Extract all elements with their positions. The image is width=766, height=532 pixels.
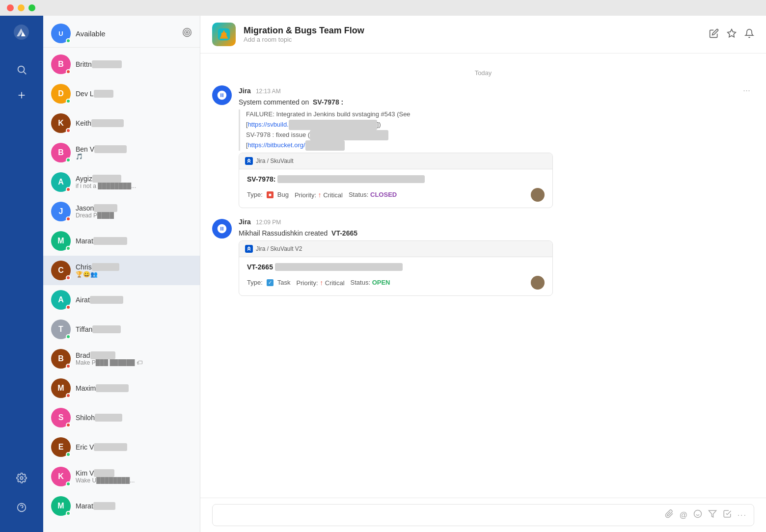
room-topic: Add a room topic: [244, 36, 701, 43]
contact-item[interactable]: M Marat: [43, 226, 200, 256]
status-dot: [66, 423, 71, 427]
jira-source: Jira / SkuVault: [239, 153, 552, 169]
status-indicator: [66, 38, 71, 43]
message-group: Jira 12:13 AM ··· System commented on SV…: [212, 84, 754, 208]
avatar-wrap: A: [51, 290, 71, 310]
contact-item[interactable]: K Kim V Wake U████████...: [43, 462, 200, 491]
contact-item[interactable]: B Ben V 🎵: [43, 138, 200, 167]
search-icon[interactable]: [11, 59, 32, 80]
contact-item[interactable]: D Dev L: [43, 79, 200, 108]
svg-point-4: [20, 477, 23, 479]
msg-header: Jira 12:13 AM: [239, 87, 281, 95]
contacts-list: B Brittn D Dev L K Kei: [43, 48, 200, 532]
contact-name: Marat: [76, 237, 192, 245]
contact-item[interactable]: A Aygiz if i not a ████████...: [43, 167, 200, 197]
star-button[interactable]: [727, 28, 737, 41]
contact-info: Eric V: [76, 443, 192, 451]
help-icon[interactable]: [11, 497, 32, 518]
maximize-button[interactable]: [28, 4, 35, 11]
status-dot: [66, 364, 71, 369]
contact-item[interactable]: K Keith: [43, 108, 200, 138]
contact-sub: 🎵: [76, 153, 192, 160]
avatar-wrap: E: [51, 437, 71, 457]
status-dot: [66, 481, 71, 486]
contact-item[interactable]: C Chris 🏆😀👥: [43, 256, 200, 285]
priority-icon: ↑: [318, 191, 322, 199]
contact-info: Chris 🏆😀👥: [76, 263, 192, 278]
close-button[interactable]: [7, 4, 14, 11]
contact-sub: Wake U████████...: [76, 477, 192, 484]
contact-item[interactable]: E Eric V: [43, 432, 200, 462]
more-actions-button[interactable]: ···: [738, 511, 747, 520]
contacts-sidebar: U Available B Brittn D: [43, 16, 200, 532]
avatar-wrap: M: [51, 231, 71, 251]
jira-avatar: [212, 85, 232, 105]
room-icon: [212, 23, 236, 46]
contact-name: Marat: [76, 502, 192, 510]
status-dot: [66, 187, 71, 192]
type-label: Type: ■ Bug: [247, 191, 289, 198]
jira-title-2: VT-2665: [247, 263, 545, 271]
assignee-avatar: [531, 188, 545, 202]
chat-body: Today Jira 12:13 AM ··· System comm: [200, 53, 766, 498]
message-input[interactable]: [219, 511, 661, 519]
contact-item[interactable]: M Maxim: [43, 373, 200, 403]
settings-icon[interactable]: [11, 467, 32, 489]
contact-item[interactable]: B Brad Make P███ ██████ 🏷: [43, 344, 200, 373]
status-label: Status: CLOSED: [349, 191, 397, 198]
avatar-wrap: K: [51, 113, 71, 133]
minimize-button[interactable]: [18, 4, 25, 11]
jira-title: SV-7978:: [247, 175, 545, 183]
jira-source-icon: [245, 157, 253, 165]
contact-name: Tiffan: [76, 325, 192, 333]
edit-button[interactable]: [709, 28, 719, 41]
contact-item[interactable]: M Marat: [43, 491, 200, 521]
status-dot: [66, 393, 71, 398]
status-label: Available: [76, 29, 106, 38]
contact-name: Ben V: [76, 145, 192, 153]
jira-body-2: VT-2665 Type: ✓ Task Priority: ↑ Critica…: [239, 257, 552, 295]
avatar-wrap: T: [51, 319, 71, 339]
contact-item[interactable]: B Brittn: [43, 50, 200, 79]
contact-name: Shiloh: [76, 414, 192, 422]
emoji-button[interactable]: [693, 509, 702, 521]
add-icon[interactable]: [11, 84, 32, 106]
contact-info: Ben V 🎵: [76, 145, 192, 160]
filter-button[interactable]: [708, 509, 717, 521]
contact-item[interactable]: T Tiffan: [43, 315, 200, 344]
room-title: Migration & Bugs Team Flow: [244, 26, 701, 36]
status-dot: [66, 69, 71, 74]
message-content-2: Jira 12:09 PM Mikhail Rassudishkin creat…: [239, 218, 754, 296]
contact-name: Aygiz: [76, 175, 192, 183]
avatar-wrap: J: [51, 202, 71, 221]
contact-name: Airat: [76, 296, 192, 304]
contact-item[interactable]: A Airat: [43, 285, 200, 315]
msg-sender: Jira: [239, 87, 251, 95]
contact-info: Tiffan: [76, 325, 192, 333]
current-user-avatar: U: [51, 24, 71, 43]
jira-source-label: Jira / SkuVault: [256, 158, 293, 164]
contact-item[interactable]: S Shiloh: [43, 403, 200, 432]
status-dot: [66, 452, 71, 457]
mention-button[interactable]: @: [680, 511, 687, 520]
contact-item[interactable]: J Jason Dread P████: [43, 197, 200, 226]
chat-input-area: @ ···: [200, 498, 766, 532]
contact-sub: if i not a ████████...: [76, 183, 192, 189]
type-label-2: Type: ✓ Task: [247, 279, 291, 286]
contact-name: Brad: [76, 351, 192, 359]
target-icon[interactable]: [182, 27, 192, 40]
attachment-button[interactable]: [665, 509, 674, 521]
user-status: U Available: [51, 24, 106, 43]
status-dot: [66, 246, 71, 251]
message-more-button[interactable]: ···: [739, 84, 754, 97]
svg-point-0: [18, 66, 25, 73]
notifications-button[interactable]: [744, 28, 754, 41]
status-dot: [66, 334, 71, 339]
avatar-wrap: A: [51, 172, 71, 192]
priority-label: Priority: ↑ Critical: [295, 191, 343, 199]
msg-body-2: Mikhail Rassudishkin created VT-2665: [239, 228, 754, 239]
checklist-button[interactable]: [723, 509, 732, 521]
message-content: Jira 12:13 AM ··· System commented on SV…: [239, 84, 754, 208]
status-dot: [66, 275, 71, 280]
contact-info: Jason Dread P████: [76, 204, 192, 219]
